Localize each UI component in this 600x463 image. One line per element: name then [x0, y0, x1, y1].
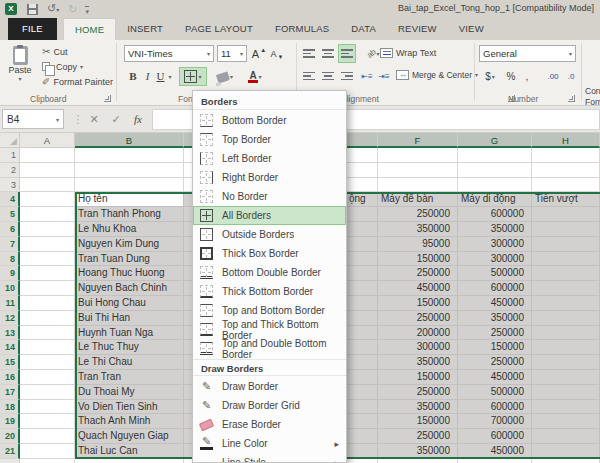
cell-E1[interactable]	[346, 148, 378, 163]
cell-G9[interactable]: 500000	[458, 266, 532, 281]
cell-F20[interactable]: 250000	[378, 429, 458, 444]
menu-item-top-and-double-bottom-border[interactable]: Top and Double Bottom Border	[193, 339, 346, 358]
paste-dropdown-icon[interactable]: ▾	[18, 75, 21, 82]
cell-F12[interactable]: 250000	[378, 311, 458, 326]
cell-H6[interactable]	[532, 222, 600, 237]
row-header-21[interactable]: 21	[0, 444, 20, 459]
format-painter-button[interactable]: ✐ Format Painter	[42, 75, 113, 88]
cell-G7[interactable]: 300000	[458, 237, 532, 252]
menu-item-all-borders[interactable]: All Borders	[193, 206, 346, 225]
cell-E5[interactable]	[346, 207, 378, 222]
row-header-8[interactable]: 8	[0, 252, 20, 267]
cell-A12[interactable]	[20, 311, 75, 326]
cell-B15[interactable]: Le Thi Chau	[75, 355, 184, 370]
cell-F16[interactable]: 150000	[378, 370, 458, 385]
tab-review[interactable]: REVIEW	[387, 18, 448, 40]
row-header-12[interactable]: 12	[0, 311, 20, 326]
cell-B2[interactable]	[75, 163, 184, 178]
enter-button[interactable]: ✓	[106, 109, 126, 129]
name-box[interactable]: B4 ▾	[2, 109, 64, 129]
cell-A5[interactable]	[20, 207, 75, 222]
customize-qat-icon[interactable]: ▾	[85, 6, 89, 16]
cell-H19[interactable]	[532, 414, 600, 429]
cell-E20[interactable]	[346, 429, 378, 444]
cell-F14[interactable]: 300000	[378, 340, 458, 355]
cell-H5[interactable]	[532, 207, 600, 222]
cell-H14[interactable]	[532, 340, 600, 355]
middle-align-button[interactable]	[319, 45, 336, 62]
align-left-button[interactable]	[300, 67, 317, 85]
menu-item-erase-border[interactable]: Erase Border	[193, 415, 346, 434]
row-header-9[interactable]: 9	[0, 266, 20, 281]
menu-item-top-border[interactable]: Top Border	[193, 130, 346, 149]
menu-item-right-border[interactable]: Right Border	[193, 168, 346, 187]
cell-H7[interactable]	[532, 237, 600, 252]
cell-B16[interactable]: Tran Tran	[75, 370, 184, 385]
menu-item-left-border[interactable]: Left Border	[193, 149, 346, 168]
cell-A8[interactable]	[20, 252, 75, 267]
cell-H8[interactable]	[532, 252, 600, 267]
center-button[interactable]	[319, 67, 336, 85]
menu-item-draw-border[interactable]: ✎Draw Border	[193, 377, 346, 396]
cell-E19[interactable]	[346, 414, 378, 429]
menu-item-thick-bottom-border[interactable]: Thick Bottom Border	[193, 282, 346, 301]
cell-G14[interactable]: 150000	[458, 340, 532, 355]
row-header-22[interactable]: 22	[0, 459, 20, 463]
increase-indent-button[interactable]: ⇥≡	[376, 67, 392, 85]
cell-A18[interactable]	[20, 400, 75, 415]
cell-E12[interactable]	[346, 311, 378, 326]
cell-H21[interactable]	[532, 444, 600, 459]
cell-G21[interactable]: 450000	[458, 444, 532, 459]
cell-A2[interactable]	[20, 163, 75, 178]
italic-button[interactable]: I	[141, 67, 154, 85]
cell-G10[interactable]: 600000	[458, 281, 532, 296]
cell-B8[interactable]: Tran Tuan Dung	[75, 252, 184, 267]
row-header-20[interactable]: 20	[0, 429, 20, 444]
number-format-combo[interactable]: General▾	[479, 45, 576, 62]
cell-F3[interactable]	[378, 178, 458, 193]
cell-F6[interactable]: 350000	[378, 222, 458, 237]
row-header-6[interactable]: 6	[0, 222, 20, 237]
clipboard-dialog-launcher[interactable]	[104, 95, 111, 102]
cell-H12[interactable]	[532, 311, 600, 326]
menu-item-line-color[interactable]: ✎Line Color▸	[193, 434, 346, 453]
menu-item-outside-borders[interactable]: Outside Borders	[193, 225, 346, 244]
cell-H16[interactable]	[532, 370, 600, 385]
cell-G8[interactable]: 300000	[458, 252, 532, 267]
cell-A15[interactable]	[20, 355, 75, 370]
cell-A1[interactable]	[20, 148, 75, 163]
cell-F22[interactable]	[378, 459, 458, 463]
cell-B11[interactable]: Bui Hong Chau	[75, 296, 184, 311]
cell-H22[interactable]	[532, 459, 600, 463]
col-header-H[interactable]: H	[532, 133, 600, 148]
cell-B4[interactable]: Họ tên	[75, 192, 184, 207]
tab-insert[interactable]: INSERT	[116, 18, 174, 40]
select-all-corner[interactable]	[0, 133, 20, 148]
col-header-A[interactable]: A	[20, 133, 75, 148]
row-header-18[interactable]: 18	[0, 400, 20, 415]
cell-H9[interactable]	[532, 266, 600, 281]
cell-H15[interactable]	[532, 355, 600, 370]
cell-F18[interactable]: 350000	[378, 400, 458, 415]
cell-E17[interactable]	[346, 385, 378, 400]
cell-F19[interactable]: 150000	[378, 414, 458, 429]
cell-E18[interactable]	[346, 400, 378, 415]
cell-G3[interactable]	[458, 178, 532, 193]
cell-B14[interactable]: Le Thuc Thuy	[75, 340, 184, 355]
underline-dropdown-icon[interactable]: ▾	[166, 67, 174, 85]
menu-item-draw-border-grid[interactable]: ✎Draw Border Grid	[193, 396, 346, 415]
row-header-13[interactable]: 13	[0, 326, 20, 341]
cell-A13[interactable]	[20, 326, 75, 341]
cell-H1[interactable]	[532, 148, 600, 163]
cell-A20[interactable]	[20, 429, 75, 444]
tab-file[interactable]: FILE	[8, 18, 57, 40]
cell-H13[interactable]	[532, 326, 600, 341]
row-header-10[interactable]: 10	[0, 281, 20, 296]
font-color-button[interactable]: A▾	[242, 67, 268, 86]
decrease-decimal-button[interactable]: .0	[563, 67, 579, 85]
cell-F17[interactable]: 250000	[378, 385, 458, 400]
cell-B13[interactable]: Huynh Tuan Nga	[75, 326, 184, 341]
cell-B7[interactable]: Nguyen Kim Dung	[75, 237, 184, 252]
cell-G12[interactable]: 350000	[458, 311, 532, 326]
undo-icon[interactable]: ↺▾	[47, 0, 59, 19]
